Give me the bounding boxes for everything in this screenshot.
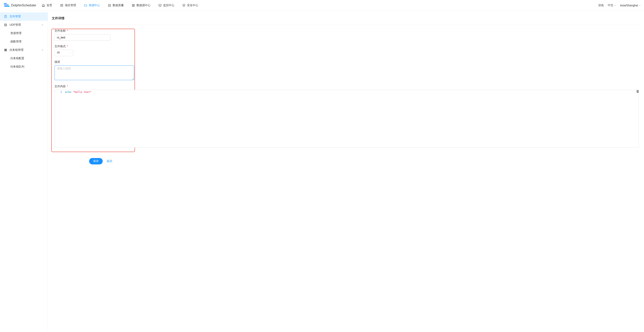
udf-icon <box>4 23 7 27</box>
highlighted-form-area: 文件名称 * 文件格式 * sh <box>51 29 135 152</box>
svg-point-18 <box>6 25 6 25</box>
sidebar-file-manage[interactable]: 文件管理 <box>0 12 48 21</box>
monitor-icon <box>158 4 162 7</box>
line-number: 1 <box>55 90 64 94</box>
chevron-down-icon <box>639 5 641 6</box>
svg-rect-16 <box>4 24 7 26</box>
theme-toggle[interactable]: 深色 <box>598 4 604 7</box>
sidebar-taskgroup-group[interactable]: 任务组管理 <box>0 46 48 54</box>
nav-datasource[interactable]: 数据源中心 <box>132 4 150 7</box>
filename-input[interactable] <box>54 34 110 41</box>
nav-monitor[interactable]: 监控中心 <box>158 4 174 7</box>
chevron-up-icon <box>41 49 44 51</box>
top-navbar: DolphinScheduler 首页 项目管理 资源中心 数据质量 <box>0 0 644 11</box>
nav-label: 首页 <box>46 4 52 7</box>
back-button[interactable]: 返回 <box>107 159 112 163</box>
taskgroup-icon <box>4 48 7 52</box>
brand-logo[interactable]: DolphinScheduler <box>3 3 36 8</box>
sidebar: 文件管理 UDF管理 资源管理 函数管理 任务组管理 <box>0 11 48 332</box>
sidebar-label: 任务组队列 <box>10 65 24 69</box>
format-select[interactable]: sh <box>54 50 73 56</box>
nav-home[interactable]: 首页 <box>42 4 52 7</box>
nav-label: 数据质量 <box>113 4 124 7</box>
sidebar-function-manage[interactable]: 函数管理 <box>0 38 48 46</box>
sidebar-taskgroup-config[interactable]: 任务组配置 <box>0 54 48 63</box>
required-mark: * <box>66 85 68 88</box>
sidebar-label: 任务组配置 <box>10 57 24 60</box>
nav-quality[interactable]: 数据质量 <box>108 4 124 7</box>
top-nav-menu: 首页 项目管理 资源中心 数据质量 数据源中心 <box>42 4 598 7</box>
sidebar-label: 任务组管理 <box>10 48 24 52</box>
project-icon <box>60 4 63 7</box>
nav-label: 数据源中心 <box>136 4 150 7</box>
required-mark: * <box>66 29 68 32</box>
lang-label: 中文 <box>608 4 613 7</box>
code-line[interactable]: echo "hello test" <box>64 90 639 94</box>
nav-label: 项目管理 <box>65 4 76 7</box>
svg-rect-5 <box>108 4 111 6</box>
sidebar-label: 文件管理 <box>10 15 21 18</box>
svg-rect-0 <box>4 5 8 5</box>
sidebar-label: 函数管理 <box>10 40 22 44</box>
sidebar-udf-group[interactable]: UDF管理 <box>0 21 48 29</box>
save-button[interactable]: 保存 <box>89 158 103 164</box>
sidebar-taskgroup-queue[interactable]: 任务组队列 <box>0 63 48 71</box>
page-title: 文件详情 <box>51 16 640 21</box>
sidebar-label: UDF管理 <box>10 23 21 27</box>
required-mark: * <box>66 45 68 48</box>
svg-rect-20 <box>5 49 5 50</box>
language-select[interactable]: 中文 <box>608 4 616 7</box>
nav-label: 监控中心 <box>163 4 174 7</box>
home-icon <box>42 4 45 7</box>
content-label: 文件内容 * <box>54 85 132 88</box>
nav-security[interactable]: 安全中心 <box>182 4 198 7</box>
datasource-icon <box>132 4 135 7</box>
svg-rect-1 <box>4 6 9 7</box>
desc-textarea[interactable] <box>54 65 134 80</box>
svg-point-17 <box>5 25 5 25</box>
sidebar-resource-manage[interactable]: 资源管理 <box>0 29 48 38</box>
shield-icon <box>182 4 186 7</box>
svg-rect-10 <box>159 4 161 6</box>
nav-project[interactable]: 项目管理 <box>60 4 76 7</box>
chevron-up-icon <box>41 24 44 26</box>
code-editor[interactable]: 1 echo "hello test" <box>54 90 639 148</box>
brand-name: DolphinScheduler <box>11 4 36 7</box>
svg-rect-21 <box>6 49 6 50</box>
sidebar-label: 资源管理 <box>10 32 22 35</box>
editor-scrollbar-nub[interactable] <box>637 90 639 93</box>
folder-icon <box>84 4 87 7</box>
timezone-select[interactable]: Asia/Shanghai <box>620 4 641 7</box>
dolphin-logo-icon <box>3 3 10 8</box>
button-row: 保存 返回 <box>51 158 640 164</box>
tz-label: Asia/Shanghai <box>620 4 638 7</box>
main-content: 文件详情 文件名称 * 文件格式 * <box>48 11 644 332</box>
desc-label: 描述 <box>54 60 132 64</box>
chevron-down-icon <box>614 5 616 6</box>
nav-label: 资源中心 <box>89 4 100 7</box>
nav-resource[interactable]: 资源中心 <box>84 4 100 7</box>
nav-label: 安全中心 <box>187 4 198 7</box>
quality-icon <box>108 4 111 7</box>
file-icon <box>4 15 7 18</box>
format-label: 文件格式 * <box>54 45 132 48</box>
topbar-right: 深色 中文 Asia/Shanghai <box>598 4 641 7</box>
filename-label: 文件名称 * <box>54 29 132 33</box>
